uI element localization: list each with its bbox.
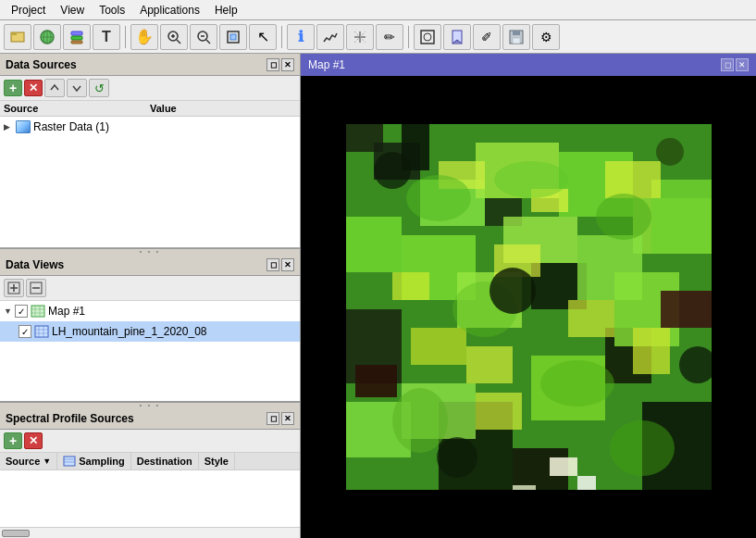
toolbar: T ✋ ↖ ℹ ✏ ✐ ⚙ <box>0 20 756 54</box>
map-icon <box>30 304 46 319</box>
spectral-close-button[interactable]: ✕ <box>281 412 294 425</box>
map1-checkbox[interactable]: ✓ <box>15 305 28 318</box>
text-button[interactable]: T <box>93 24 120 50</box>
zoom-in-button[interactable] <box>160 24 188 50</box>
add-view-button[interactable] <box>4 279 24 297</box>
map-restore-button[interactable]: ◻ <box>721 58 734 71</box>
svg-rect-65 <box>346 217 402 272</box>
add-datasource-button[interactable]: + <box>4 80 22 96</box>
config-button[interactable]: ⚙ <box>532 24 560 50</box>
right-panel: Map #1 ◻ ✕ <box>301 54 756 538</box>
map-close-button[interactable]: ✕ <box>736 58 749 71</box>
source-column-header: Source <box>4 103 150 114</box>
data-sources-restore-button[interactable]: ◻ <box>266 58 279 71</box>
down-datasource-button[interactable] <box>67 79 87 97</box>
svg-line-14 <box>206 40 210 44</box>
map1-label: Map #1 <box>48 305 85 318</box>
remove-spectral-button[interactable]: ✕ <box>24 432 43 449</box>
spectral-section: Spectral Profile Sources ◻ ✕ + ✕ Source … <box>0 407 300 538</box>
data-views-restore-button[interactable]: ◻ <box>266 258 279 271</box>
menu-applications[interactable]: Applications <box>132 2 207 19</box>
profile-button[interactable] <box>316 24 344 50</box>
svg-rect-82 <box>577 476 596 490</box>
spectral-source-label: Source <box>6 456 40 467</box>
left-panel: Data Sources ◻ ✕ + ✕ ↺ <box>0 54 301 538</box>
spectral-content <box>0 470 300 527</box>
svg-rect-22 <box>421 31 434 44</box>
select-button[interactable]: ↖ <box>249 24 277 50</box>
svg-rect-27 <box>513 38 520 44</box>
remove-view-button[interactable] <box>26 279 46 297</box>
svg-rect-73 <box>605 161 661 198</box>
menu-help[interactable]: Help <box>207 2 245 19</box>
spectral-source-col[interactable]: Source ▼ <box>0 453 57 469</box>
data-sources-columns: Source Value <box>0 101 300 117</box>
value-column-header: Value <box>150 103 296 114</box>
spectral-scrollbar[interactable] <box>0 527 300 538</box>
layer-tree-item[interactable]: ✓ LH_mountain_pine_1_2020_08 <box>0 321 300 342</box>
pan-button[interactable]: ✋ <box>130 24 158 50</box>
map-header-controls: ◻ ✕ <box>721 58 749 71</box>
separator-2 <box>281 26 282 48</box>
menu-tools[interactable]: Tools <box>92 2 132 19</box>
raster-canvas <box>346 124 712 490</box>
spectral-style-col[interactable]: Style <box>199 453 235 469</box>
spectral-button[interactable] <box>346 24 374 50</box>
spectral-destination-col[interactable]: Destination <box>131 453 199 469</box>
menu-view[interactable]: View <box>53 2 92 19</box>
svg-line-10 <box>177 40 180 44</box>
svg-rect-84 <box>661 291 712 328</box>
svg-rect-43 <box>64 457 75 466</box>
open-button[interactable] <box>4 24 31 50</box>
svg-rect-1 <box>11 32 17 35</box>
svg-point-93 <box>374 152 411 189</box>
svg-rect-77 <box>633 328 670 374</box>
main-area: Data Sources ◻ ✕ + ✕ ↺ <box>0 54 756 538</box>
data-sources-header: Data Sources ◻ ✕ <box>0 54 300 76</box>
draw2-button[interactable]: ✐ <box>473 24 501 50</box>
layer-checkbox[interactable]: ✓ <box>19 325 31 338</box>
spectral-restore-button[interactable]: ◻ <box>266 412 279 425</box>
menu-bar: Project View Tools Applications Help <box>0 0 756 20</box>
refresh-datasource-button[interactable]: ↺ <box>89 79 109 97</box>
zoom-out-button[interactable] <box>190 24 217 50</box>
map-button[interactable] <box>33 24 61 50</box>
info-button[interactable]: ℹ <box>287 24 315 50</box>
svg-point-92 <box>610 420 675 476</box>
add-spectral-button[interactable]: + <box>4 432 22 449</box>
up-datasource-button[interactable] <box>44 79 65 97</box>
svg-rect-75 <box>392 272 429 300</box>
pen-button[interactable]: ✏ <box>376 24 403 50</box>
svg-point-87 <box>494 161 568 198</box>
svg-rect-83 <box>513 485 536 490</box>
svg-rect-78 <box>466 346 513 383</box>
raster-data-tree-item[interactable]: ▶ Raster Data (1) <box>0 117 300 137</box>
layer-icon-tree <box>33 324 50 339</box>
zoom-full-button[interactable] <box>414 24 441 50</box>
raster-expand-arrow[interactable]: ▶ <box>4 122 15 131</box>
svg-point-91 <box>392 388 448 453</box>
separator-3 <box>408 26 409 48</box>
svg-rect-38 <box>35 326 48 337</box>
svg-rect-85 <box>355 365 397 397</box>
spectral-title: Spectral Profile Sources <box>6 412 134 425</box>
scrollbar-thumb[interactable] <box>2 530 30 537</box>
remove-datasource-button[interactable]: ✕ <box>24 80 43 96</box>
map1-tree-item[interactable]: ▼ ✓ Map #1 <box>0 301 300 321</box>
spectral-sampling-col[interactable]: Sampling <box>57 453 131 469</box>
save-button[interactable] <box>502 24 530 50</box>
raster-data-label: Raster Data (1) <box>33 120 109 133</box>
layer-button[interactable] <box>63 24 91 50</box>
data-sources-close-button[interactable]: ✕ <box>281 58 294 71</box>
zoom-extent-button[interactable] <box>219 24 247 50</box>
menu-project[interactable]: Project <box>4 2 53 19</box>
data-views-toolbar <box>0 276 300 301</box>
data-views-close-button[interactable]: ✕ <box>281 258 294 271</box>
map-content <box>301 76 756 538</box>
svg-rect-7 <box>71 36 82 40</box>
bookmark-button[interactable] <box>443 24 471 50</box>
spectral-sampling-label: Sampling <box>79 456 125 467</box>
map1-expand-arrow[interactable]: ▼ <box>4 307 15 316</box>
spectral-controls: ◻ ✕ <box>266 412 294 425</box>
svg-point-88 <box>596 194 651 240</box>
